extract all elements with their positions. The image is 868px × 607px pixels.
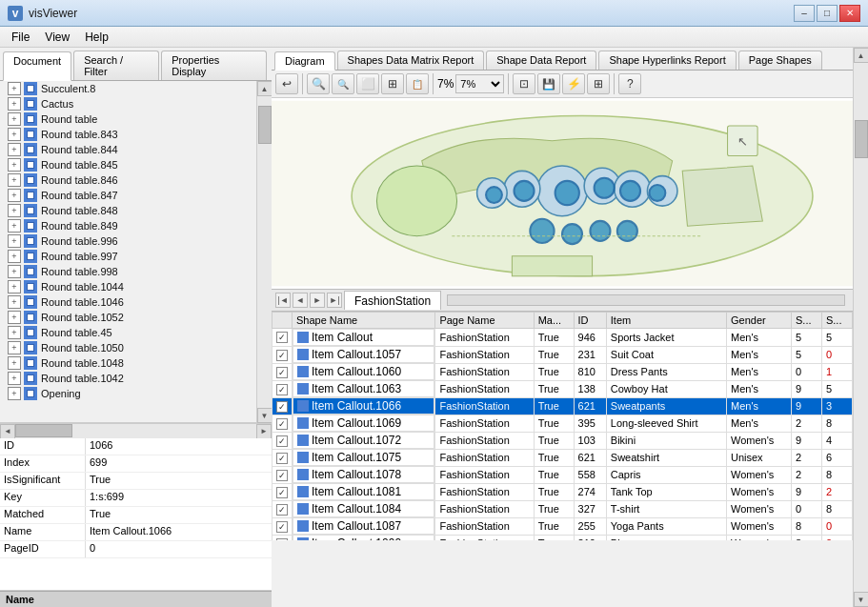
tree-item[interactable]: + Round table.1052: [0, 310, 256, 325]
prop-row[interactable]: Name Item Callout.1066: [0, 524, 272, 541]
tree-item[interactable]: + Round table.997: [0, 249, 256, 264]
tree-item[interactable]: + Round table.843: [0, 127, 256, 142]
table-row[interactable]: Item Callout.1066 FashionStation True 62…: [273, 397, 853, 415]
tree-expander[interactable]: +: [8, 112, 21, 126]
minimize-button[interactable]: –: [794, 5, 815, 22]
scroll-down-arrow[interactable]: ▼: [257, 408, 273, 423]
table-row[interactable]: Item Callout.1060 FashionStation True 81…: [273, 363, 853, 380]
tree-item[interactable]: + Round table.996: [0, 233, 256, 249]
row-check[interactable]: [273, 397, 293, 415]
horiz-scroll-right[interactable]: ►: [256, 424, 272, 439]
table-row[interactable]: Item Callout.1078 FashionStation True 55…: [273, 466, 853, 483]
tree-item[interactable]: + Round table.846: [0, 172, 256, 188]
prop-row[interactable]: Matched True: [0, 507, 272, 524]
tree-expander[interactable]: +: [8, 265, 21, 278]
checkbox[interactable]: [276, 401, 288, 413]
tree-expander[interactable]: +: [8, 372, 21, 385]
col-item[interactable]: Item: [606, 313, 726, 329]
tree-expander[interactable]: +: [8, 189, 21, 202]
toolbar-lightning-btn[interactable]: ⚡: [562, 73, 585, 94]
col-id[interactable]: ID: [574, 313, 606, 329]
row-check[interactable]: [273, 432, 293, 449]
prop-row[interactable]: IsSignificant True: [0, 473, 272, 490]
close-button[interactable]: ✕: [839, 5, 860, 22]
checkbox[interactable]: [276, 384, 288, 395]
col-s2[interactable]: S...: [821, 313, 852, 329]
tree-item[interactable]: + Round table.849: [0, 218, 256, 233]
table-row[interactable]: Item Callout.1069 FashionStation True 39…: [273, 415, 853, 432]
page-tab-fashion-station[interactable]: FashionStation: [344, 291, 441, 310]
tree-horiz-scroll[interactable]: ◄ ►: [0, 423, 272, 438]
toolbar-zoom-in-btn[interactable]: 🔍: [307, 73, 330, 94]
menu-file[interactable]: File: [4, 29, 37, 46]
checkbox[interactable]: [276, 487, 288, 498]
row-check[interactable]: [273, 535, 293, 540]
row-check[interactable]: [273, 329, 293, 347]
toolbar-grid-btn[interactable]: ⊞: [587, 73, 610, 94]
tree-item[interactable]: + Round table.1050: [0, 340, 256, 355]
checkbox[interactable]: [276, 418, 288, 430]
checkbox[interactable]: [276, 332, 288, 343]
toolbar-actual-size-btn[interactable]: ⊞: [381, 73, 404, 94]
checkbox[interactable]: [276, 470, 288, 481]
tree-scrollbar[interactable]: ▲ ▼: [256, 81, 272, 423]
tab-diagram[interactable]: Diagram: [274, 51, 335, 71]
tree-expander[interactable]: +: [8, 173, 21, 187]
checkbox[interactable]: [276, 504, 288, 516]
tree-expander[interactable]: +: [8, 356, 21, 370]
page-next-btn[interactable]: ►: [310, 293, 325, 308]
toolbar-export-btn[interactable]: 💾: [537, 73, 560, 94]
tree-item[interactable]: + Round table: [0, 111, 256, 127]
right-scroll-up[interactable]: ▲: [854, 48, 869, 63]
tab-page-shapes[interactable]: Page Shapes: [738, 51, 822, 70]
tree-expander[interactable]: +: [8, 158, 21, 172]
tree-item[interactable]: + Succulent.8: [0, 81, 256, 96]
table-row[interactable]: Item Callout FashionStation True 946 Spo…: [273, 329, 853, 347]
table-row[interactable]: Item Callout.1075 FashionStation True 62…: [273, 449, 853, 466]
tab-shapes-data-matrix[interactable]: Shapes Data Matrix Report: [337, 51, 485, 70]
col-s1[interactable]: S...: [792, 313, 822, 329]
tree-expander[interactable]: +: [8, 280, 21, 293]
tab-shape-hyperlinks[interactable]: Shape Hyperlinks Report: [598, 51, 736, 70]
toolbar-help-btn[interactable]: ?: [618, 73, 641, 94]
tree-item[interactable]: + Round table.848: [0, 203, 256, 218]
tree-expander[interactable]: +: [8, 82, 21, 95]
horiz-scroll-left[interactable]: ◄: [0, 424, 15, 439]
tree-expander[interactable]: +: [8, 97, 21, 111]
row-check[interactable]: [273, 363, 293, 380]
table-row[interactable]: Item Callout.1090 FashionStation True 31…: [273, 535, 853, 540]
tree-item[interactable]: + Opening: [0, 386, 256, 401]
tree-item[interactable]: + Round table.845: [0, 157, 256, 172]
tree-expander[interactable]: +: [8, 204, 21, 217]
table-row[interactable]: Item Callout.1087 FashionStation True 25…: [273, 517, 853, 535]
row-check[interactable]: [273, 483, 293, 500]
row-check[interactable]: [273, 415, 293, 432]
data-table-container[interactable]: Shape Name Page Name Ma... ID Item Gende…: [272, 312, 853, 540]
prop-row[interactable]: ID 1066: [0, 438, 272, 455]
toolbar-back-btn[interactable]: ↩: [275, 73, 298, 94]
right-scroll-thumb[interactable]: [855, 120, 868, 158]
tree-item[interactable]: + Round table.1042: [0, 371, 256, 386]
tab-properties-display[interactable]: Properties Display: [161, 51, 267, 80]
col-shape-name[interactable]: Shape Name: [293, 313, 435, 329]
row-check[interactable]: [273, 517, 293, 535]
toolbar-zoom-out-btn[interactable]: 🔍: [332, 73, 354, 94]
zoom-select[interactable]: 7%25%50%75%100%: [455, 74, 504, 93]
row-check[interactable]: [273, 380, 293, 397]
right-scrollbar[interactable]: ▲ ▼: [853, 48, 868, 607]
tree-expander[interactable]: +: [8, 250, 21, 263]
tree-expander[interactable]: +: [8, 341, 21, 354]
table-row[interactable]: Item Callout.1072 FashionStation True 10…: [273, 432, 853, 449]
tree-item[interactable]: + Round table.1046: [0, 294, 256, 310]
tab-search-filter[interactable]: Search / Filter: [73, 51, 159, 80]
page-last-btn[interactable]: ►|: [327, 293, 342, 308]
toolbar-refresh-btn[interactable]: ⊡: [513, 73, 535, 94]
table-row[interactable]: Item Callout.1057 FashionStation True 23…: [273, 346, 853, 363]
row-check[interactable]: [273, 449, 293, 466]
tab-document[interactable]: Document: [3, 51, 71, 81]
table-row[interactable]: Item Callout.1081 FashionStation True 27…: [273, 483, 853, 500]
col-page-name[interactable]: Page Name: [435, 313, 534, 329]
horiz-scroll-thumb[interactable]: [15, 424, 72, 437]
checkbox[interactable]: [276, 521, 288, 533]
tree-item[interactable]: + Round table.45: [0, 325, 256, 340]
